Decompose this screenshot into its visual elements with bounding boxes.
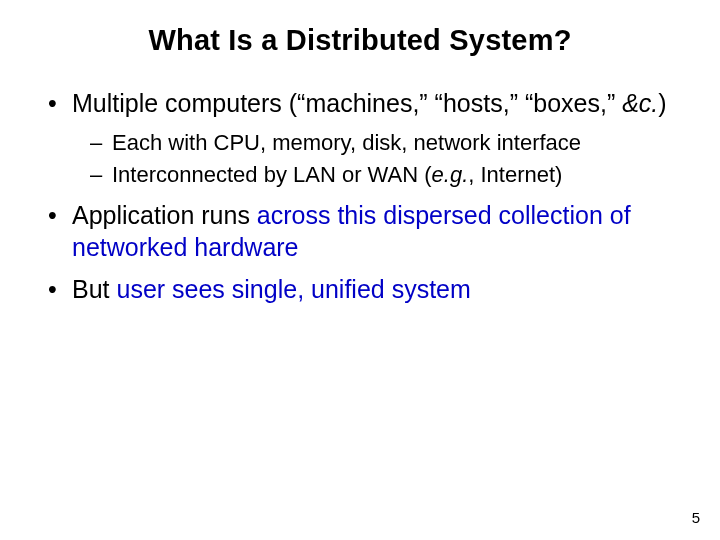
bullet-list: Multiple computers (“machines,” “hosts,”… <box>44 87 680 305</box>
sub-bullet-1-2: Interconnected by LAN or WAN (e.g., Inte… <box>90 161 680 189</box>
sub-bullet-1-2-pre: Interconnected by LAN or WAN ( <box>112 162 432 187</box>
bullet-3-plain: But <box>72 275 116 303</box>
bullet-2-plain: Application runs <box>72 201 257 229</box>
bullet-1-text-pre: Multiple computers (“machines,” “hosts,”… <box>72 89 622 117</box>
sub-bullet-1-2-post: , Internet) <box>468 162 562 187</box>
page-number: 5 <box>692 509 700 526</box>
sub-bullet-1-2-italic: e.g. <box>432 162 469 187</box>
sub-bullet-1-1: Each with CPU, memory, disk, network int… <box>90 129 680 157</box>
slide-title: What Is a Distributed System? <box>40 24 680 57</box>
bullet-1-text-post: ) <box>658 89 666 117</box>
bullet-1: Multiple computers (“machines,” “hosts,”… <box>44 87 680 189</box>
bullet-3-emph: user sees single, unified system <box>116 275 470 303</box>
slide: What Is a Distributed System? Multiple c… <box>0 0 720 540</box>
bullet-1-italic: &c. <box>622 89 658 117</box>
bullet-3: But user sees single, unified system <box>44 273 680 305</box>
sub-bullet-1-1-text: Each with CPU, memory, disk, network int… <box>112 130 581 155</box>
bullet-2: Application runs across this dispersed c… <box>44 199 680 263</box>
sub-bullet-list-1: Each with CPU, memory, disk, network int… <box>90 129 680 189</box>
